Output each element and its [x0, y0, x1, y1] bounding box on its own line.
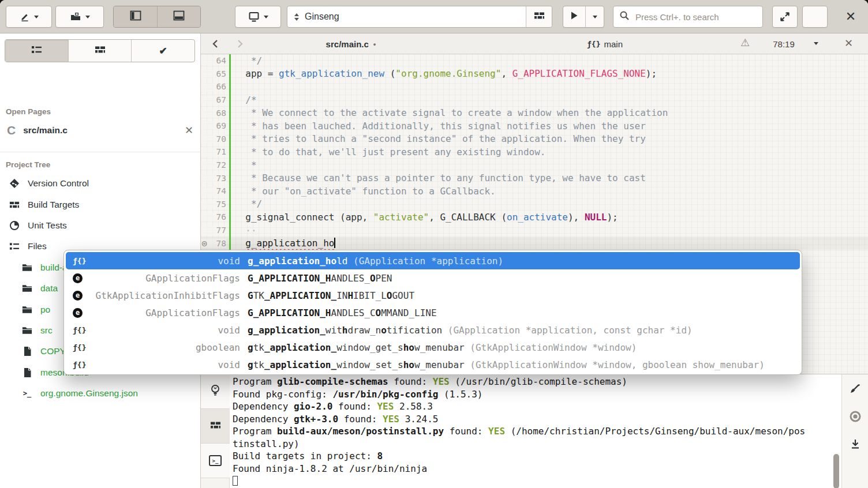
return-type: void	[88, 325, 240, 336]
completion-row[interactable]: ƒ{}voidgtk_application_window_set_show_m…	[66, 356, 800, 373]
tree-item-build-targets[interactable]: Build Targets	[0, 194, 200, 215]
line-number[interactable]: 73	[201, 174, 226, 183]
editor-header: src/main.c • ƒ{} main ⚠ 78:19 ✕	[201, 33, 868, 54]
return-type: GtkApplicationInhibitFlags	[88, 290, 240, 301]
chevron-down-icon[interactable]	[814, 42, 818, 45]
log-line: Found ninja-1.8.2 at /usr/bin/ninja	[233, 463, 833, 475]
function-icon: ƒ{}	[73, 361, 88, 369]
checkmark-icon: ✔	[159, 45, 167, 57]
completion-row[interactable]: eGApplicationFlagsG_APPLICATION_HANDLES_…	[66, 269, 800, 287]
completion-row[interactable]: ƒ{}voidg_application_withdraw_notificati…	[66, 321, 800, 339]
code-text: * We connect to the activate signal to c…	[231, 107, 668, 118]
line-number[interactable]: 68	[201, 108, 226, 118]
download-icon	[850, 438, 860, 452]
window-close-button[interactable]: ✕	[838, 6, 863, 28]
c-language-icon: C	[7, 123, 16, 137]
log-line: Dependency gtk+-3.0 found: YES 3.24.5	[233, 413, 833, 426]
log-line: Found pkg-config: /usr/bin/pkg-config (1…	[233, 388, 833, 401]
record-target-button[interactable]	[848, 410, 863, 425]
sort-arrows-icon	[294, 13, 299, 21]
open-document-button[interactable]	[55, 6, 104, 28]
tree-item-org-gnome-ginseng-json[interactable]: >_org.gnome.Ginseng.json	[0, 383, 200, 404]
editor-file-title: src/main.c •	[282, 33, 420, 54]
run-options-button[interactable]	[585, 6, 604, 27]
completion-params: (GtkApplicationWindow *window)	[465, 342, 637, 353]
nav-forward-button[interactable]	[233, 37, 247, 51]
line-number[interactable]: 70	[201, 134, 226, 144]
nav-back-button[interactable]	[208, 37, 222, 51]
build-log[interactable]: Program glib-compile-schemas found: YES …	[233, 376, 833, 487]
sidebar-tab-group: ✔	[5, 39, 195, 62]
line-number[interactable]: 71	[201, 147, 226, 156]
code-line-76: 76 g_signal_connect (app, "activate", G_…	[201, 211, 868, 224]
fullscreen-button[interactable]	[772, 6, 798, 28]
return-type: GApplicationFlags	[88, 273, 240, 284]
line-number[interactable]: 77	[201, 226, 226, 235]
code-line-78: ◎78 g_application_ho	[201, 237, 868, 250]
tab-build-output[interactable]	[201, 409, 230, 444]
build-actions-toolbar	[841, 374, 868, 488]
panel-toggle-group	[113, 6, 201, 28]
line-number[interactable]: 64	[201, 56, 226, 65]
tree-item-unit-tests[interactable]: Unit Tests	[0, 215, 200, 236]
line-number[interactable]: 67	[201, 95, 226, 104]
menu-button[interactable]	[802, 6, 828, 28]
completion-row[interactable]: ƒ{}voidg_application_hold (GApplication …	[66, 252, 800, 269]
tab-build[interactable]	[68, 40, 132, 62]
tab-pages[interactable]	[5, 40, 68, 62]
modified-indicator: •	[373, 40, 376, 48]
return-type: void	[88, 359, 240, 370]
target-circle-icon	[849, 410, 862, 425]
tab-todo[interactable]: ✔	[131, 40, 194, 62]
divider	[0, 152, 200, 152]
clean-build-button[interactable]	[848, 382, 863, 397]
tree-item-label: Files	[28, 241, 47, 251]
line-number[interactable]: 65	[201, 69, 226, 78]
project-title: Ginseng	[305, 12, 339, 22]
play-icon	[570, 11, 578, 22]
panel-bottom-icon	[173, 10, 185, 23]
build-button[interactable]	[526, 6, 552, 27]
tab-messages[interactable]	[201, 374, 230, 409]
return-type: GApplicationFlags	[88, 307, 240, 318]
code-text: g_application_ho	[231, 238, 335, 249]
completion-name: GTK_APPLICATION_INHIBIT_LOGOUT	[240, 290, 414, 301]
line-number[interactable]: 66	[201, 82, 226, 91]
tab-terminal[interactable]: >_	[201, 444, 230, 478]
enum-icon: e	[73, 273, 88, 283]
pages-list-icon	[31, 45, 42, 57]
code-line-74: 74 * our "on_activate" function to a GCa…	[201, 185, 868, 198]
folder-icon	[22, 305, 32, 314]
search-input[interactable]	[634, 12, 757, 22]
tree-item-version-control[interactable]: Version Control	[0, 173, 200, 194]
line-number[interactable]: 72	[201, 160, 226, 170]
line-number[interactable]: 69	[201, 121, 226, 130]
close-icon[interactable]: ✕	[185, 124, 193, 137]
run-button[interactable]	[563, 6, 585, 27]
toggle-left-panel-button[interactable]	[114, 6, 157, 27]
omnibar[interactable]: Ginseng	[287, 6, 552, 28]
completion-row[interactable]: eGApplicationFlagsG_APPLICATION_HANDLES_…	[66, 304, 800, 321]
code-text: ··	[231, 225, 257, 236]
completion-params: (GApplication *application)	[347, 256, 503, 266]
completion-row[interactable]: eGtkApplicationInhibitFlagsGTK_APPLICATI…	[66, 287, 800, 304]
toggle-bottom-panel-button[interactable]	[157, 6, 200, 27]
code-text: * Because we can't pass a pointer to any…	[231, 172, 646, 183]
chevron-down-icon	[85, 16, 90, 18]
run-button-group	[563, 6, 604, 28]
scrollbar-thumb[interactable]	[833, 454, 839, 488]
install-button[interactable]	[848, 438, 863, 453]
editor-mode-button[interactable]	[6, 6, 52, 28]
current-symbol[interactable]: ƒ{} main	[559, 33, 651, 54]
return-type: gboolean	[88, 342, 240, 353]
line-number[interactable]: 75	[201, 200, 226, 209]
device-selector-button[interactable]	[235, 6, 281, 28]
editor-close-button[interactable]: ✕	[844, 37, 853, 50]
tree-item-label: data	[40, 283, 58, 294]
open-page-item[interactable]: C src/main.c ✕	[0, 120, 200, 141]
omnibar-main: Ginseng	[287, 12, 526, 22]
global-search[interactable]	[613, 6, 763, 28]
line-number[interactable]: 76	[201, 212, 226, 222]
line-number[interactable]: 74	[201, 186, 226, 196]
completion-row[interactable]: ƒ{}gbooleangtk_application_window_get_sh…	[66, 339, 800, 356]
